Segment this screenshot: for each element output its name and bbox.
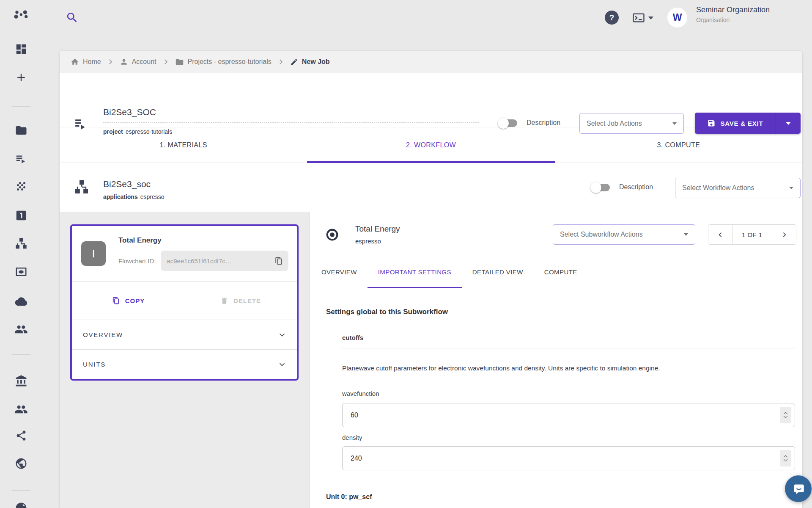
- wavefunction-stepper[interactable]: [780, 407, 791, 423]
- accordion-label: OVERVIEW: [83, 331, 123, 338]
- dashboard-icon[interactable]: [0, 43, 42, 55]
- breadcrumb-current: New Job: [290, 58, 330, 66]
- workflow-actions-select[interactable]: Select Workflow Actions: [675, 178, 801, 198]
- bank-icon[interactable]: [0, 375, 42, 387]
- tab-compute[interactable]: 3. COMPUTE: [555, 127, 802, 163]
- chat-launcher-button[interactable]: [785, 475, 812, 502]
- chevron-down-icon: [277, 360, 287, 369]
- images-icon[interactable]: [0, 265, 42, 278]
- unit-card-selected[interactable]: I Total Energy Flowchart ID: ac9ee1c651f…: [70, 224, 299, 381]
- wavefunction-field: [342, 403, 795, 427]
- trash-icon: [220, 297, 228, 305]
- org-switcher[interactable]: Seminar Organization Organisation: [696, 6, 770, 23]
- important-settings-content: Settings global to this Subworkflow cuto…: [310, 308, 802, 501]
- wizard-steps: 1. MATERIALS 2. WORKFLOW 3. COMPUTE: [60, 127, 802, 163]
- people-icon[interactable]: [0, 403, 42, 416]
- flowchart-id-value: ac9ee1c651f61cdf7c…: [167, 257, 270, 265]
- tab-label: 1. MATERIALS: [160, 141, 207, 149]
- wavefunction-input[interactable]: [342, 403, 795, 427]
- tab-detailed-view[interactable]: DETAILED VIEW: [462, 256, 534, 288]
- job-title[interactable]: Bi2Se3_SOC: [103, 107, 156, 117]
- density-input[interactable]: [342, 446, 795, 470]
- main-content-card: Home Account Projects - espresso-tutoria…: [60, 51, 802, 508]
- globe-partial-icon[interactable]: [0, 502, 42, 508]
- copy-unit-button[interactable]: COPY: [112, 296, 145, 305]
- globe-icon[interactable]: [0, 457, 42, 470]
- workflow-header: Bi2Se3_soc applicationsespresso Descript…: [60, 163, 802, 212]
- unit-card-header: I Total Energy Flowchart ID: ac9ee1c651f…: [72, 226, 297, 281]
- avatar[interactable]: W: [667, 8, 687, 28]
- unit-one-icon[interactable]: [0, 209, 42, 222]
- subworkflow-pager: 1 OF 1: [708, 224, 796, 245]
- accordion-units[interactable]: UNITS: [72, 349, 297, 379]
- materials-icon[interactable]: [0, 180, 42, 193]
- chevron-right-icon: [162, 58, 170, 66]
- job-header: Bi2Se3_SOC projectespresso-tutorials Des…: [60, 73, 802, 127]
- job-actions-label: Select Job Actions: [587, 120, 642, 127]
- delete-unit-button[interactable]: DELETE: [220, 297, 261, 305]
- workflow-tree-icon: [73, 179, 90, 196]
- applications-label: applications: [103, 193, 138, 200]
- workflow-title[interactable]: Bi2Se3_soc: [103, 179, 151, 189]
- console-menu-button[interactable]: [632, 11, 653, 24]
- job-title-block: Bi2Se3_SOC: [103, 107, 479, 123]
- org-name: Seminar Organization: [696, 6, 770, 14]
- chevron-down-icon: [648, 17, 653, 19]
- next-page-button[interactable]: [772, 225, 796, 244]
- tab-compute[interactable]: COMPUTE: [534, 256, 588, 288]
- save-exit-label: SAVE & EXIT: [720, 120, 763, 127]
- breadcrumb-label: Home: [83, 58, 101, 66]
- workflows-icon[interactable]: [0, 237, 42, 251]
- tab-label: OVERVIEW: [321, 268, 357, 276]
- chevron-right-icon: [277, 58, 285, 66]
- folder-icon[interactable]: [0, 124, 42, 137]
- workflow-apps-meta: applicationsespresso: [103, 193, 165, 200]
- sidebar: [0, 0, 42, 508]
- tab-label: 3. COMPUTE: [657, 141, 700, 149]
- chevron-right-icon: [107, 58, 114, 66]
- density-field: [342, 446, 795, 470]
- tab-overview[interactable]: OVERVIEW: [311, 256, 368, 288]
- jobs-icon[interactable]: [0, 152, 42, 165]
- breadcrumb-project[interactable]: Projects - espresso-tutorials: [175, 58, 272, 66]
- chat-bubble-icon: [791, 482, 806, 496]
- units-sidebar: I Total Energy Flowchart ID: ac9ee1c651f…: [60, 212, 310, 508]
- workflow-description-toggle[interactable]: [590, 182, 610, 193]
- applications-value: espresso: [140, 193, 165, 200]
- sidebar-divider: [12, 354, 30, 355]
- cutoffs-label: cutoffs: [342, 334, 795, 341]
- share-icon[interactable]: [0, 430, 42, 442]
- radio-selected-icon: [325, 228, 339, 242]
- search-icon[interactable]: [66, 11, 79, 24]
- subworkflow-actions-select[interactable]: Select Subworkflow Actions: [553, 224, 695, 245]
- sidebar-divider: [12, 490, 30, 491]
- chevron-down-icon: [789, 187, 793, 189]
- wavefunction-label: wavefunction: [342, 390, 795, 397]
- tab-workflow[interactable]: 2. WORKFLOW: [307, 127, 554, 163]
- accordion-overview[interactable]: OVERVIEW: [72, 320, 297, 349]
- subworkflow-actions-label: Select Subworkflow Actions: [560, 231, 643, 238]
- org-role: Organisation: [696, 17, 770, 23]
- chevron-down-icon: [672, 122, 677, 125]
- team-icon[interactable]: [0, 323, 42, 336]
- flowchart-id-field[interactable]: ac9ee1c651f61cdf7c…: [161, 251, 288, 271]
- add-icon[interactable]: [0, 71, 42, 84]
- logo-icon[interactable]: [0, 9, 42, 26]
- folder-icon: [175, 58, 184, 66]
- tab-important-settings[interactable]: IMPORTANT SETTINGS: [368, 256, 462, 288]
- unit-initial: I: [92, 247, 95, 260]
- breadcrumb-account[interactable]: Account: [120, 58, 156, 66]
- density-stepper[interactable]: [780, 450, 791, 467]
- help-icon[interactable]: ?: [605, 11, 619, 25]
- copy-icon[interactable]: [274, 256, 283, 265]
- subworkflow-title: Total Energy: [355, 224, 400, 234]
- job-description-label: Description: [527, 119, 560, 127]
- prev-page-button[interactable]: [708, 225, 732, 244]
- tab-materials[interactable]: 1. MATERIALS: [60, 127, 307, 163]
- divider: [342, 348, 795, 348]
- help-glyph: ?: [609, 13, 614, 22]
- density-label: density: [342, 434, 795, 441]
- subworkflow-engine: espresso: [355, 237, 400, 245]
- cloud-upload-icon[interactable]: [0, 295, 42, 308]
- breadcrumb-home[interactable]: Home: [71, 58, 101, 66]
